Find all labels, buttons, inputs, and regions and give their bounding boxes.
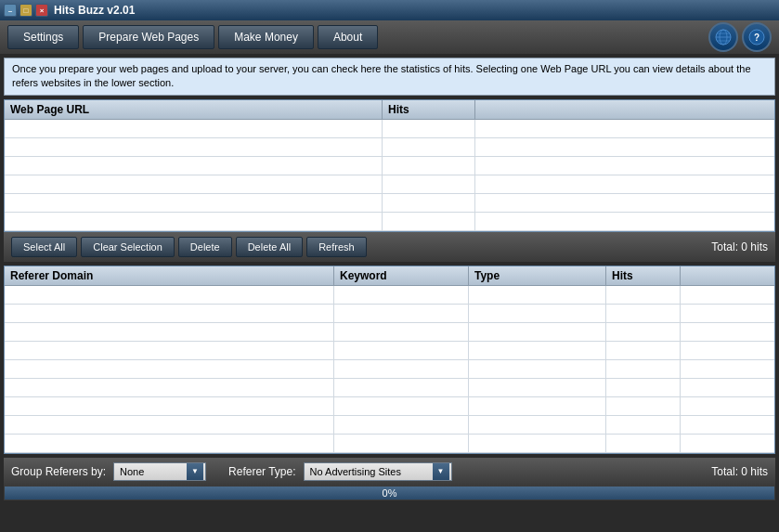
make-money-button[interactable]: Make Money [218, 25, 314, 49]
group-referers-value: None [116, 466, 187, 477]
referer-type-label: Referer Type: [228, 465, 295, 478]
app-title: Hits Buzz v2.01 [54, 4, 135, 17]
col-referer-domain: Referer Domain [5, 266, 334, 285]
col-webpage-url: Web Page URL [5, 100, 383, 119]
prepare-web-pages-button[interactable]: Prepare Web Pages [83, 25, 214, 49]
title-bar-controls[interactable]: – □ × [4, 4, 48, 17]
progress-bar-area: 0% [4, 486, 775, 500]
referer-type-value: No Advertising Sites [306, 466, 433, 477]
lower-row[interactable] [5, 323, 774, 342]
referer-type-dropdown[interactable]: No Advertising Sites ▼ [304, 462, 452, 481]
lower-row[interactable] [5, 305, 774, 323]
info-bar: Once you prepare your web pages and uplo… [4, 58, 775, 96]
lower-row[interactable] [5, 435, 774, 453]
bottom-bar: Group Referers by: None ▼ Referer Type: … [4, 458, 775, 486]
globe-icon [715, 29, 732, 45]
col-keyword: Keyword [334, 266, 469, 285]
table-row[interactable] [5, 138, 774, 157]
total-hits-label: Total: 0 hits [711, 240, 768, 253]
lower-row[interactable] [5, 416, 774, 435]
upper-table: Web Page URL Hits [4, 99, 775, 232]
lower-row[interactable] [5, 379, 774, 397]
group-referers-dropdown[interactable]: None ▼ [113, 462, 206, 481]
settings-button[interactable]: Settings [7, 25, 79, 49]
svg-text:?: ? [754, 32, 760, 43]
referer-type-arrow[interactable]: ▼ [433, 463, 449, 480]
col-hits: Hits [383, 100, 475, 119]
delete-button[interactable]: Delete [178, 237, 232, 257]
group-referers-label: Group Referers by: [11, 465, 106, 478]
col-type: Type [469, 266, 606, 285]
col-extra [475, 100, 774, 119]
minimize-button[interactable]: – [4, 4, 17, 17]
lower-row[interactable] [5, 360, 774, 379]
help-icon: ? [748, 29, 765, 45]
lower-row[interactable] [5, 286, 774, 305]
help-button[interactable]: ? [742, 22, 772, 52]
col-hits2: Hits [606, 266, 681, 285]
info-text: Once you prepare your web pages and uplo… [12, 63, 751, 88]
progress-label: 0% [5, 487, 774, 500]
table-row[interactable] [5, 157, 774, 175]
nav-icons: ? [708, 22, 772, 52]
lower-table-header: Referer Domain Keyword Type Hits [5, 266, 774, 286]
upper-table-rows [5, 120, 774, 231]
about-button[interactable]: About [318, 25, 378, 49]
lower-row[interactable] [5, 397, 774, 416]
col-extra2 [681, 266, 774, 285]
group-referers-arrow[interactable]: ▼ [187, 463, 203, 480]
restore-button[interactable]: □ [19, 4, 32, 17]
upper-table-header: Web Page URL Hits [5, 100, 774, 120]
select-all-button[interactable]: Select All [11, 237, 77, 257]
table-row[interactable] [5, 213, 774, 231]
lower-table-rows [5, 286, 774, 453]
table-row[interactable] [5, 194, 774, 213]
nav-bar: Settings Prepare Web Pages Make Money Ab… [0, 20, 779, 54]
title-bar: – □ × Hits Buzz v2.01 [0, 0, 779, 20]
table-row[interactable] [5, 120, 774, 138]
refresh-button[interactable]: Refresh [306, 237, 367, 257]
table-row[interactable] [5, 175, 774, 194]
toolbar: Select All Clear Selection Delete Delete… [4, 232, 775, 262]
lower-table: Referer Domain Keyword Type Hits [4, 266, 775, 454]
bottom-total-label: Total: 0 hits [711, 465, 768, 478]
close-button[interactable]: × [35, 4, 48, 17]
clear-selection-button[interactable]: Clear Selection [81, 237, 175, 257]
delete-all-button[interactable]: Delete All [236, 237, 303, 257]
lower-row[interactable] [5, 342, 774, 360]
globe-button[interactable] [708, 22, 738, 52]
